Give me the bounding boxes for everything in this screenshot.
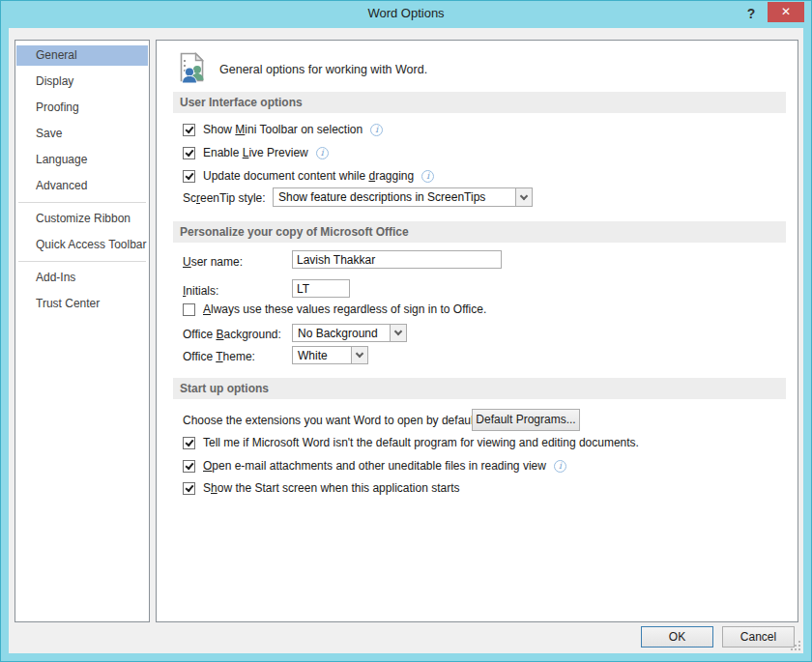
choose-extensions-label: Choose the extensions you want Word to o…: [183, 414, 479, 427]
checkbox-row-open-email-attachments: Open e-mail attachments and other unedit…: [183, 458, 566, 474]
checkbox-label: Show the Start screen when this applicat…: [203, 481, 460, 495]
checkbox-label: Enable Live Preview: [203, 146, 308, 159]
open-email-attachments-checkbox[interactable]: [183, 460, 195, 473]
dialog-title: Word Options: [1, 1, 811, 26]
checkbox-row-live-preview: Enable Live Preview i: [183, 145, 329, 160]
pane-header: General options for working with Word.: [178, 50, 427, 89]
screentip-style-value: Show feature descriptions in ScreenTips: [274, 190, 515, 204]
office-background-label: Office Background:: [183, 328, 281, 341]
initials-input[interactable]: [292, 279, 350, 298]
ok-button[interactable]: OK: [641, 626, 713, 648]
pane-description: General options for working with Word.: [219, 63, 427, 76]
show-start-screen-checkbox[interactable]: [183, 482, 195, 495]
always-use-values-checkbox[interactable]: [183, 303, 195, 316]
general-options-icon: [178, 52, 207, 88]
sidebar-item-language[interactable]: Language: [16, 150, 148, 170]
help-icon[interactable]: ?: [741, 4, 761, 23]
sidebar-item-add-ins[interactable]: Add-Ins: [16, 268, 148, 288]
checkbox-row-always-use-values: Always use these values regardless of si…: [183, 302, 486, 317]
chevron-down-icon: [520, 191, 528, 199]
user-name-input[interactable]: [292, 250, 502, 269]
update-dragging-checkbox[interactable]: [183, 170, 195, 183]
checkbox-row-mini-toolbar: Show Mini Toolbar on selection i: [183, 122, 383, 137]
word-options-dialog: Word Options ? ✕ General Display Proofin…: [0, 0, 812, 662]
cancel-button[interactable]: Cancel: [722, 626, 795, 648]
dropdown-arrow-button[interactable]: [351, 347, 367, 363]
dropdown-arrow-button[interactable]: [390, 325, 406, 341]
default-program-checkbox[interactable]: [183, 437, 195, 449]
mini-toolbar-checkbox[interactable]: [183, 124, 195, 136]
chevron-down-icon: [394, 328, 402, 335]
info-icon: i: [316, 147, 329, 159]
sidebar-item-display[interactable]: Display: [16, 72, 148, 92]
chevron-down-icon: [356, 350, 363, 358]
resize-grip[interactable]: [791, 641, 800, 650]
sidebar-item-customize-ribbon[interactable]: Customize Ribbon: [16, 209, 148, 229]
dialog-body: General Display Proofing Save Language A…: [9, 28, 803, 653]
screentip-style-label: ScreenTip style:: [183, 191, 266, 205]
sidebar-item-quick-access-toolbar[interactable]: Quick Access Toolbar: [16, 235, 148, 255]
office-background-value: No Background: [293, 327, 390, 340]
close-icon: ✕: [781, 5, 791, 18]
checkbox-label: Always use these values regardless of si…: [203, 302, 486, 316]
sidebar-item-proofing[interactable]: Proofing: [16, 98, 148, 118]
dropdown-arrow-button[interactable]: [515, 188, 532, 206]
sidebar-divider: [18, 202, 146, 203]
office-theme-value: White: [293, 349, 351, 362]
checkbox-row-show-start-screen: Show the Start screen when this applicat…: [183, 480, 460, 496]
general-options-pane: General options for working with Word. U…: [156, 40, 798, 622]
office-theme-label: Office Theme:: [183, 350, 255, 363]
section-personalize: Personalize your copy of Microsoft Offic…: [173, 221, 786, 243]
live-preview-checkbox[interactable]: [183, 147, 195, 159]
office-background-dropdown[interactable]: No Background: [292, 324, 407, 342]
user-name-label: User name:: [183, 255, 243, 269]
close-button[interactable]: ✕: [768, 2, 804, 22]
office-theme-dropdown[interactable]: White: [292, 346, 368, 364]
sidebar: General Display Proofing Save Language A…: [14, 40, 150, 622]
checkbox-row-update-dragging: Update document content while dragging i: [183, 168, 434, 184]
checkbox-label: Open e-mail attachments and other unedit…: [203, 459, 546, 473]
sidebar-item-trust-center[interactable]: Trust Center: [16, 294, 148, 314]
sidebar-item-general[interactable]: General: [16, 45, 148, 66]
titlebar[interactable]: Word Options ? ✕: [1, 1, 811, 28]
checkbox-label: Tell me if Microsoft Word isn't the defa…: [203, 436, 639, 449]
info-icon: i: [421, 170, 434, 183]
checkbox-row-default-program: Tell me if Microsoft Word isn't the defa…: [183, 435, 639, 450]
section-user-interface-options: User Interface options: [173, 92, 786, 113]
initials-label: Initials:: [183, 284, 218, 298]
checkbox-label: Update document content while dragging: [203, 169, 414, 183]
sidebar-item-advanced[interactable]: Advanced: [16, 176, 148, 196]
sidebar-item-save[interactable]: Save: [16, 124, 148, 144]
default-programs-button[interactable]: Default Programs...: [472, 409, 580, 431]
info-icon: i: [370, 124, 383, 136]
info-icon: i: [554, 460, 566, 473]
sidebar-divider: [18, 261, 146, 262]
screentip-style-dropdown[interactable]: Show feature descriptions in ScreenTips: [273, 187, 533, 207]
checkbox-label: Show Mini Toolbar on selection: [203, 123, 362, 136]
section-startup-options: Start up options: [173, 378, 786, 399]
